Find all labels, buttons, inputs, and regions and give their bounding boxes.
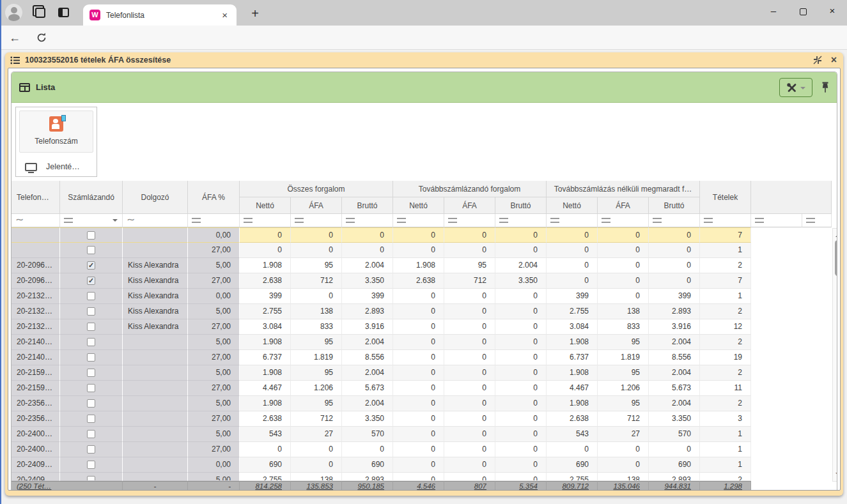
sub-header-netto-1[interactable]: Nettó: [240, 197, 291, 214]
filter-cell[interactable]: [342, 214, 393, 227]
filter-cell[interactable]: [495, 214, 547, 227]
filter-cell[interactable]: [802, 214, 832, 227]
sub-header-brutto-1[interactable]: Bruttó: [342, 197, 393, 214]
tab-close-icon[interactable]: ×: [219, 10, 230, 20]
row-checkbox[interactable]: [87, 369, 95, 377]
filter-dropdown-icon[interactable]: [113, 219, 118, 224]
col-header-dolgozo[interactable]: Dolgozó: [123, 181, 188, 214]
sub-header-netto-2[interactable]: Nettó: [393, 197, 444, 214]
row-checkbox[interactable]: [87, 338, 95, 346]
scroll-up-icon[interactable]: [835, 231, 838, 237]
row-checkbox[interactable]: [87, 353, 95, 362]
row-checkbox[interactable]: [87, 461, 95, 469]
col-header-telefon[interactable]: Telefon…: [12, 181, 60, 214]
table-row[interactable]: 27,000000000001: [12, 243, 751, 258]
row-checkbox[interactable]: [87, 307, 95, 316]
table-row[interactable]: 0,000000000007: [12, 227, 751, 243]
sub-header-brutto-3[interactable]: Bruttó: [649, 197, 700, 214]
filter-cell[interactable]: [598, 214, 649, 227]
filter-cell[interactable]: ∼: [12, 214, 60, 227]
profile-avatar-icon[interactable]: [5, 4, 22, 21]
close-window-button[interactable]: ×: [818, 0, 847, 23]
sub-header-afa-3[interactable]: ÁFA: [598, 197, 649, 214]
filter-cell[interactable]: [700, 214, 751, 227]
filter-cell[interactable]: [291, 214, 342, 227]
group-header-osszes[interactable]: Összes forgalom: [240, 181, 393, 197]
filter-cell[interactable]: [188, 214, 240, 227]
tools-dropdown-button[interactable]: [779, 78, 812, 97]
row-checkbox[interactable]: [87, 246, 95, 254]
minimize-button[interactable]: –: [759, 0, 788, 23]
table-row[interactable]: 20-2400…5,0054327570000543275701: [12, 427, 751, 442]
filter-cell[interactable]: [240, 214, 291, 227]
pin-icon[interactable]: [821, 82, 829, 93]
browser-tab[interactable]: W Telefonlista ×: [83, 4, 237, 26]
collapse-window-icon[interactable]: [813, 56, 822, 65]
filter-cell[interactable]: [60, 214, 123, 227]
value-cell: 1.908: [240, 258, 291, 273]
group-header-megmaradt[interactable]: Továbbszámlázás nélküli megmaradt f…: [547, 181, 700, 197]
value-cell: 0: [444, 365, 495, 381]
table-row[interactable]: 20-2132…Kiss Alexandra0,0039903990003990…: [12, 289, 751, 304]
sub-header-afa-2[interactable]: ÁFA: [444, 197, 495, 214]
filter-cell[interactable]: ∼: [123, 214, 188, 227]
table-row[interactable]: 20-2140…27,006.7371.8198.5560006.7371.81…: [12, 350, 751, 365]
refresh-button[interactable]: [36, 32, 47, 43]
module-titlebar[interactable]: 100323552016 tételek ÁFA összesítése ×: [5, 52, 843, 68]
filter-cell[interactable]: [393, 214, 444, 227]
afa-pct-cell: 27,00: [188, 381, 240, 396]
row-checkbox[interactable]: ✓: [87, 277, 95, 285]
tab-actions-icon[interactable]: [58, 8, 69, 17]
group-header-tovabbszamlazando[interactable]: Továbbszámlázandó forgalom: [393, 181, 547, 197]
vertical-scrollbar[interactable]: [832, 228, 837, 482]
row-checkbox[interactable]: ✓: [87, 261, 95, 270]
filter-cell[interactable]: [751, 214, 802, 227]
back-button[interactable]: ←: [9, 31, 20, 45]
telefon-cell: 20-2159…: [12, 365, 60, 381]
filter-cell[interactable]: [444, 214, 495, 227]
table-row[interactable]: 20-2132…Kiss Alexandra27,003.0848333.916…: [12, 319, 751, 335]
scroll-down-icon[interactable]: [835, 473, 838, 479]
row-checkbox[interactable]: [87, 476, 95, 480]
row-checkbox[interactable]: [87, 445, 95, 454]
row-checkbox[interactable]: [87, 399, 95, 408]
equals-filter-icon: [704, 218, 713, 223]
sub-header-netto-3[interactable]: Nettó: [547, 197, 598, 214]
telefonszam-button[interactable]: Telefonszám: [19, 111, 93, 153]
new-tab-button[interactable]: +: [247, 6, 263, 21]
jelentes-item[interactable]: Jelenté…: [16, 156, 97, 171]
table-row[interactable]: 20-2132…Kiss Alexandra5,002.7551382.8930…: [12, 304, 751, 319]
col-header-afa-pct[interactable]: ÁFA %: [188, 181, 240, 214]
scrollbar-thumb[interactable]: [835, 240, 837, 276]
close-module-icon[interactable]: ×: [831, 54, 837, 66]
table-row[interactable]: 20-2409…5,002.7551382.8930002.7551382.89…: [12, 473, 751, 481]
telefon-cell: 20-2409…: [12, 457, 60, 473]
afa-pct-cell: 27,00: [188, 350, 240, 365]
table-row[interactable]: 20-2409…0,00690069000069006901: [12, 457, 751, 473]
row-checkbox[interactable]: [87, 323, 95, 331]
row-checkbox[interactable]: [87, 384, 95, 392]
col-header-szamlazando[interactable]: Számlázandó: [60, 181, 123, 214]
sub-header-brutto-2[interactable]: Bruttó: [495, 197, 547, 214]
filter-cell[interactable]: [649, 214, 700, 227]
value-cell: 0: [393, 335, 444, 350]
maximize-button[interactable]: [788, 0, 818, 23]
workspaces-icon[interactable]: [35, 8, 45, 18]
table-row[interactable]: 20-2400…27,000000000001: [12, 442, 751, 457]
table-row[interactable]: 20-2159…27,004.4671.2065.6730004.4671.20…: [12, 381, 751, 396]
table-row[interactable]: 20-2159…5,001.908952.0040001.908952.0042: [12, 365, 751, 381]
table-row[interactable]: 20-2140…5,001.908952.0040001.908952.0042: [12, 335, 751, 350]
table-row[interactable]: 20-2096…✓Kiss Alexandra27,002.6387123.35…: [12, 273, 751, 289]
table-row[interactable]: 20-2096…✓Kiss Alexandra5,001.908952.0041…: [12, 258, 751, 273]
row-checkbox[interactable]: [87, 292, 95, 300]
row-checkbox[interactable]: [87, 415, 95, 423]
table-row[interactable]: 20-2356…27,002.6387123.3500002.6387123.3…: [12, 411, 751, 427]
row-checkbox[interactable]: [87, 430, 95, 438]
sub-header-afa-1[interactable]: ÁFA: [291, 197, 342, 214]
value-cell: 0: [495, 227, 547, 243]
table-row[interactable]: 20-2356…5,001.908952.0040001.908952.0042: [12, 396, 751, 411]
row-checkbox[interactable]: [87, 231, 95, 240]
filter-cell[interactable]: [547, 214, 598, 227]
col-header-tetelek[interactable]: Tételek: [700, 181, 751, 214]
value-cell: 0: [495, 427, 547, 442]
